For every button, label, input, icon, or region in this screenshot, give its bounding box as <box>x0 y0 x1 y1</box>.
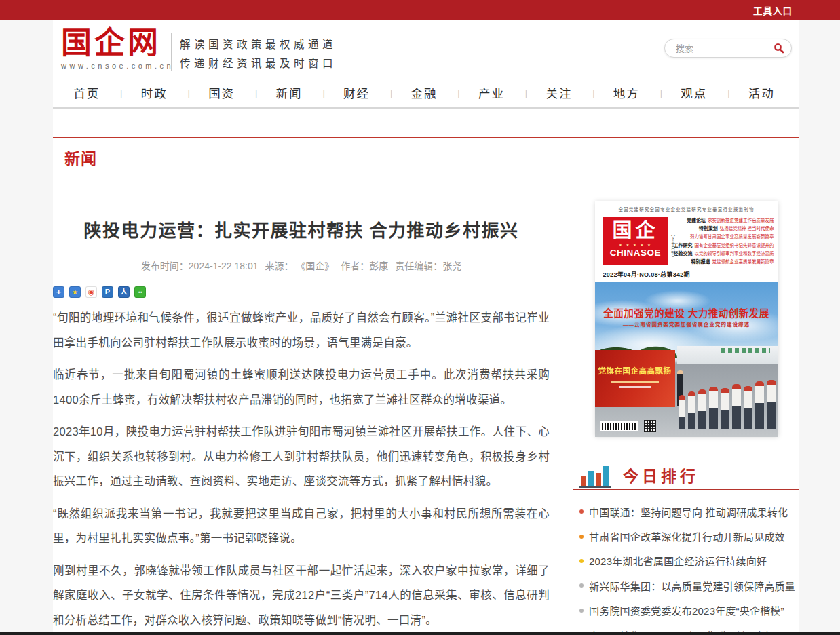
cover-subline: ——云南省国资委党委加强省属企业党的建设综述 <box>595 320 778 328</box>
article-editor: 责任编辑：张尧 <box>395 261 461 271</box>
magazine-head: 国企 ★ ★ ★ ★ ★ CHINASOE （下半月刊） 党建论坛求实创新推进党… <box>595 216 778 267</box>
stage-slogan: 党旗在国企高高飘扬 <box>595 365 675 376</box>
ranking-list: 中国联通：坚持问题导向 推动调研成果转化 甘肃省国企改革深化提升行动开新局见成效… <box>573 499 799 635</box>
publish-time: 发布时间：2024-1-22 18:01 <box>141 261 259 271</box>
magazine-cover-photo: 全面加强党的建设 大力推动创新发展 ——云南省国资委党委加强省属企业党的建设综述… <box>595 282 778 437</box>
ranking-item[interactable]: 国务院国资委党委发布2023年度“央企楷模” <box>573 598 799 623</box>
bullet-dot <box>579 559 584 563</box>
bullet-dot <box>579 609 584 613</box>
footer-strip <box>0 632 840 635</box>
magazine-toc-line: 特别报道党建领航企业高质量发展新篇章 <box>674 258 774 266</box>
magazine-toc-text: 努力谱写甘肃国企事业高质量发展崭新篇章 <box>690 234 774 239</box>
nav-item-label: 地方 <box>613 84 640 101</box>
site-logo[interactable]: 国企网 www.cnsoe.com.cn <box>61 26 174 70</box>
nav-item[interactable]: 首页 | <box>53 77 120 107</box>
nav-item[interactable]: 国资 | <box>188 77 255 107</box>
main-content: 陕投电力运营：扎实开展驻村帮扶 合力推动乡村振兴 发布时间：2024-1-22 … <box>53 178 799 635</box>
magazine-toc-text: 弘扬建党精神 担当时代使命 <box>720 226 774 231</box>
bar-chart-icon <box>579 465 611 488</box>
nav-item-label: 国资 <box>208 84 235 101</box>
ranking-item-text: 新兴际华集团：以高质量党建引领保障高质量 <box>589 579 795 593</box>
magazine-toc-line: 经验交流以党的领导引领审判事业和数字经济高质量发展 <box>674 250 774 258</box>
article-author: 作者：彭康 <box>341 261 388 271</box>
stage-subline-graphic-2 <box>619 386 651 388</box>
article-paragraph: 刚到村里不久，郭晓锋就带领工作队成员与社区干部一起忙活起来，深入农户家中拉家常，… <box>53 558 550 633</box>
section-title: 新闻 <box>64 146 799 169</box>
magazine-cover[interactable]: 全国党建研究全国专业企业党建研究专业垂直行业报道刊物 国企 ★ ★ ★ ★ ★ … <box>595 201 778 437</box>
slogan-line-1: 解读国资政策最权威通道 <box>180 35 337 54</box>
stage-subline-graphic <box>611 381 659 383</box>
site-slogan: 解读国资政策最权威通道 传递财经资讯最及时窗口 <box>180 35 337 73</box>
search-box <box>664 39 792 58</box>
stage-backdrop: 党旗在国企高高飘扬 <box>595 350 675 407</box>
article-source: 来源： 《国企》 <box>265 261 334 271</box>
magazine-toc-line: 特别策划弘扬建党精神 担当时代使命 <box>674 225 774 233</box>
article-body: “旬阳的地理环境和气候条件，很适宜做蜂蜜产业，品质好了自然会有顾客。”兰滩社区支… <box>53 305 550 635</box>
building-graphic <box>677 346 778 364</box>
tencent-weibo-icon[interactable]: P <box>102 286 113 298</box>
share-bar: + ★ ◉ P 人 ●● <box>53 286 550 298</box>
bullet-dot <box>579 583 584 588</box>
magazine-toc-line: 工作研究国有企业基层党组织书记先锋意识提升的实现途径 <box>674 242 774 250</box>
ranking-item[interactable]: 中国联通：坚持问题导向 推动调研成果转化 <box>573 499 799 524</box>
ranking-item[interactable]: 新兴际华集团：以高质量党建引领保障高质量 <box>573 573 799 598</box>
building-sign-graphic <box>721 348 770 353</box>
qr-code-graphic <box>644 420 656 432</box>
section-head: 新闻 <box>53 137 799 178</box>
sina-weibo-icon[interactable]: ◉ <box>85 286 97 298</box>
wechat-icon[interactable]: ●● <box>134 286 146 298</box>
nav-item[interactable]: 关注 | <box>525 77 592 107</box>
tools-entry-link[interactable]: 工具入口 <box>753 3 793 17</box>
renren-icon[interactable]: 人 <box>118 286 130 298</box>
nav-item[interactable]: 时政 | <box>120 77 187 107</box>
ranking-item-text: 甘肃省国企改革深化提升行动开新局见成效 <box>589 529 785 543</box>
magazine-masthead-text: 全国党建研究全国专业企业党建研究专业垂直行业报道刊物 <box>595 201 778 212</box>
magazine-logo-cn: 国企 <box>603 219 668 242</box>
article-title: 陕投电力运营：扎实开展驻村帮扶 合力推动乡村振兴 <box>53 216 550 242</box>
bullet-dot <box>579 509 584 514</box>
logo-divider <box>171 33 172 71</box>
nav-item[interactable]: 活动 | <box>728 77 795 107</box>
nav-item[interactable]: 产业 | <box>458 77 525 107</box>
top-bar: 工具入口 <box>0 0 840 20</box>
magazine-toc-label: 特别策划 <box>699 226 718 231</box>
nav-item-label: 时政 <box>141 84 168 101</box>
nav-item[interactable]: 新闻 | <box>255 77 322 107</box>
qzone-icon[interactable]: ★ <box>69 286 81 298</box>
magazine-toc-line: 党建论坛求实创新推进党建工作高质量发展 <box>674 216 774 225</box>
main-nav: 首页 | 时政 | 国资 | 新闻 | <box>53 77 799 109</box>
ranking-item[interactable]: 2023年湖北省属国企经济运行持续向好 <box>573 549 799 573</box>
magazine-toc-label: 工作研究 <box>674 243 693 248</box>
article-paragraph: “既然组织派我来当第一书记，我就要把这里当成自己家，把村里的大小事和村民所想所需… <box>53 501 550 551</box>
magazine-toc-label: 经验交流 <box>674 251 693 256</box>
sidebar: 全国党建研究全国专业企业党建研究专业垂直行业报道刊物 国企 ★ ★ ★ ★ ★ … <box>573 178 799 635</box>
magazine-toc-label: 特别报道 <box>691 259 710 264</box>
nav-item-label: 关注 <box>546 84 572 101</box>
article-paragraph: 2023年10月，陕投电力运营驻村帮扶工作队进驻旬阳市蜀河镇兰滩社区开展帮扶工作… <box>53 419 550 494</box>
magazine-toc-text: 以党的领导引领审判事业和数字经济高质量发展 <box>695 251 774 256</box>
nav-item-label: 首页 <box>73 84 100 101</box>
search-icon[interactable] <box>774 43 784 54</box>
page-container: 国企网 www.cnsoe.com.cn 解读国资政策最权威通道 传递财经资讯最… <box>53 20 799 635</box>
nav-item-label: 产业 <box>478 84 505 101</box>
magazine-logo: 国企 ★ ★ ★ ★ ★ CHINASOE <box>603 217 668 265</box>
magazine-issue-info: 2022年04月·NO.08·总第342期 <box>603 270 778 279</box>
magazine-toc-line: 努力谱写甘肃国企事业高质量发展崭新篇章 <box>674 233 774 241</box>
nav-item[interactable]: 财经 | <box>323 77 390 107</box>
article-paragraph: “旬阳的地理环境和气候条件，很适宜做蜂蜜产业，品质好了自然会有顾客。”兰滩社区支… <box>53 305 550 355</box>
share-more-icon[interactable]: + <box>53 286 64 298</box>
nav-item[interactable]: 金融 | <box>390 77 457 107</box>
ranking-item-text: 2023年湖北省属国企经济运行持续向好 <box>589 554 767 568</box>
search-input[interactable] <box>674 43 774 54</box>
ranking-item-text: 中国联通：坚持问题导向 推动调研成果转化 <box>589 505 788 519</box>
magazine-toc-label: 党建论坛 <box>687 218 706 223</box>
ranking-header: 今日排行 <box>573 464 799 490</box>
barcode-graphic <box>600 421 638 431</box>
magazine-toc-text: 党建领航企业高质量发展新篇章 <box>712 259 774 264</box>
nav-item-label: 财经 <box>343 84 370 101</box>
ranking-item[interactable]: 甘肃省国企改革深化提升行动开新局见成效 <box>573 524 799 548</box>
logo-text: 国企网 <box>61 26 174 61</box>
cover-headline: 全面加强党的建设 大力推动创新发展 <box>595 305 778 320</box>
nav-item[interactable]: 观点 | <box>660 77 727 107</box>
nav-item[interactable]: 地方 | <box>593 77 660 107</box>
